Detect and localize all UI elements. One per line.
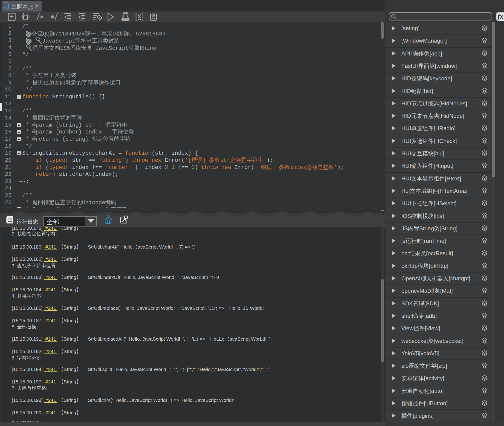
svg-text:JS: JS	[4, 5, 7, 8]
